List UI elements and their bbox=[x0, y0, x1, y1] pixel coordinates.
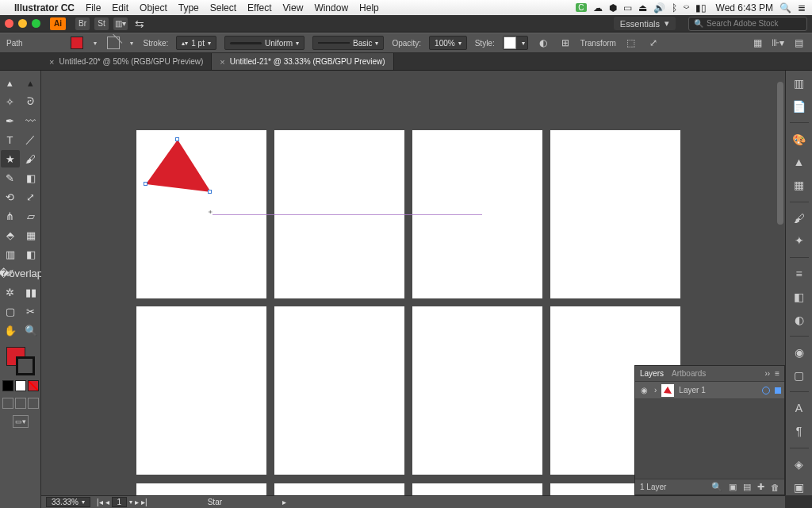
panel-menu-icon[interactable]: ≡ bbox=[775, 369, 779, 378]
eraser-tool-icon[interactable]: ◧ bbox=[21, 169, 40, 187]
mesh-tool-icon[interactable]: ▥ bbox=[1, 245, 20, 263]
menu-effect[interactable]: Effect bbox=[247, 2, 271, 13]
battery-icon[interactable]: ▮▯ bbox=[695, 2, 707, 13]
last-artboard-icon[interactable]: ▸| bbox=[141, 498, 147, 506]
shaper-tool-icon[interactable]: ✎ bbox=[1, 169, 20, 187]
notifications-icon[interactable]: ≣ bbox=[798, 2, 806, 13]
minimize-window-button[interactable] bbox=[18, 19, 27, 28]
stroke-dropdown-icon[interactable]: ▾ bbox=[128, 37, 136, 48]
layers-panel-icon[interactable]: ◈ bbox=[790, 456, 809, 472]
draw-normal-icon[interactable] bbox=[2, 398, 13, 409]
disclosure-icon[interactable]: › bbox=[654, 386, 657, 394]
layers-tab[interactable]: Layers bbox=[640, 369, 664, 378]
scale-tool-icon[interactable]: ⤢ bbox=[21, 188, 40, 206]
layer-row[interactable]: ◉ › Layer 1 bbox=[635, 382, 784, 399]
anchor-point[interactable] bbox=[144, 182, 147, 186]
preferences-icon[interactable]: ⊪▾ bbox=[771, 36, 785, 50]
gradient-tool-icon[interactable]: ◧ bbox=[21, 245, 40, 263]
blend-tool-icon[interactable]: �overlapping bbox=[21, 264, 40, 282]
draw-inside-icon[interactable] bbox=[28, 398, 39, 409]
layer-name[interactable]: Layer 1 bbox=[679, 386, 705, 394]
artboard-6[interactable] bbox=[274, 306, 404, 475]
recolor-artwork-icon[interactable]: ◐ bbox=[536, 36, 550, 50]
type-tool-icon[interactable]: T bbox=[1, 131, 20, 148]
close-window-button[interactable] bbox=[5, 19, 13, 28]
width-tool-icon[interactable]: ⋔ bbox=[1, 207, 20, 225]
first-artboard-icon[interactable]: |◂ bbox=[97, 498, 103, 506]
app-menu[interactable]: Illustrator CC bbox=[14, 2, 75, 13]
artboard-5[interactable] bbox=[136, 306, 266, 475]
fill-stroke-wells[interactable] bbox=[6, 347, 35, 375]
appearance-panel-icon[interactable]: ◉ bbox=[790, 344, 809, 361]
perspective-grid-tool-icon[interactable]: ▦ bbox=[21, 226, 40, 244]
align-panel-icon[interactable]: ⊞ bbox=[558, 36, 573, 50]
color-panel-icon[interactable]: 🎨 bbox=[790, 131, 809, 148]
gradient-mode-icon[interactable] bbox=[15, 380, 26, 391]
paintbrush-tool-icon[interactable]: 🖌 bbox=[21, 150, 40, 167]
star-tool-icon[interactable]: ★ bbox=[1, 150, 20, 167]
paragraph-panel-icon[interactable]: ¶ bbox=[790, 423, 809, 440]
magic-wand-tool-icon[interactable]: ✧ bbox=[1, 93, 20, 110]
artboard-tool-icon[interactable]: ▢ bbox=[1, 302, 20, 320]
libraries-panel-icon[interactable]: 📄 bbox=[790, 98, 809, 115]
menu-select[interactable]: Select bbox=[210, 2, 236, 13]
direct-selection-tool-icon[interactable]: ▴ bbox=[21, 74, 40, 91]
document-tab-1[interactable]: × Untitled-20* @ 50% (RGB/GPU Preview) bbox=[41, 53, 212, 70]
next-artboard-icon[interactable]: ▸ bbox=[135, 498, 139, 506]
none-mode-icon[interactable] bbox=[28, 380, 39, 391]
search-stock-input[interactable]: 🔍 Search Adobe Stock bbox=[688, 17, 807, 31]
clock[interactable]: Wed 6:43 PM bbox=[716, 2, 773, 13]
cloud-sync-icon[interactable]: ☁ bbox=[593, 2, 603, 13]
opacity-field[interactable]: 100% ▾ bbox=[429, 36, 467, 50]
graphic-styles-panel-icon[interactable]: ▢ bbox=[790, 368, 809, 384]
menu-type[interactable]: Type bbox=[178, 2, 199, 13]
menu-view[interactable]: View bbox=[283, 2, 304, 13]
stroke-panel-icon[interactable]: ≡ bbox=[790, 266, 809, 283]
artboard-7[interactable] bbox=[412, 306, 542, 475]
clipping-mask-icon[interactable]: ▣ bbox=[729, 482, 737, 492]
delete-layer-icon[interactable]: 🗑 bbox=[771, 483, 779, 492]
fill-dropdown-icon[interactable]: ▾ bbox=[91, 37, 99, 48]
slice-tool-icon[interactable]: ✂ bbox=[21, 302, 40, 320]
eject-icon[interactable]: ⏏ bbox=[638, 2, 647, 13]
volume-icon[interactable]: 🔊 bbox=[653, 2, 665, 13]
prev-artboard-icon[interactable]: ◂ bbox=[105, 498, 109, 506]
column-graph-tool-icon[interactable]: ▮▮ bbox=[21, 283, 40, 301]
status-dropdown-icon[interactable]: ▸ bbox=[282, 498, 286, 506]
panel-menu-icon[interactable]: ▤ bbox=[791, 36, 806, 50]
free-transform-tool-icon[interactable]: ▱ bbox=[21, 207, 40, 225]
menu-edit[interactable]: Edit bbox=[112, 2, 128, 13]
visibility-toggle-icon[interactable]: ◉ bbox=[638, 386, 649, 394]
bridge-icon[interactable]: Br bbox=[75, 17, 90, 30]
artboard-10[interactable] bbox=[274, 483, 404, 495]
locate-object-icon[interactable]: 🔍 bbox=[711, 482, 722, 492]
artboards-tab[interactable]: Artboards bbox=[672, 369, 706, 378]
selection-indicator[interactable] bbox=[775, 387, 781, 394]
character-panel-icon[interactable]: A bbox=[790, 400, 809, 417]
scrollbar-thumb[interactable] bbox=[777, 82, 783, 225]
bluetooth-icon[interactable]: ᛒ bbox=[672, 2, 677, 13]
menu-file[interactable]: File bbox=[86, 2, 101, 13]
hand-tool-icon[interactable]: ✋ bbox=[1, 321, 20, 339]
symbol-sprayer-tool-icon[interactable]: ✲ bbox=[1, 283, 20, 301]
properties-panel-icon[interactable]: ▥ bbox=[790, 75, 809, 92]
wifi-icon[interactable]: ⌔ bbox=[684, 2, 689, 13]
pen-tool-icon[interactable]: ✒ bbox=[1, 112, 20, 129]
new-sublayer-icon[interactable]: ▤ bbox=[743, 482, 751, 492]
transparency-panel-icon[interactable]: ◐ bbox=[790, 311, 809, 328]
screen-mode-icon[interactable]: ▭▾ bbox=[13, 415, 29, 428]
shape-builder-tool-icon[interactable]: ⬘ bbox=[1, 226, 20, 244]
menu-help[interactable]: Help bbox=[359, 2, 379, 13]
lasso-tool-icon[interactable]: ᘒ bbox=[21, 93, 40, 110]
transform-label[interactable]: Transform bbox=[580, 39, 616, 48]
anchor-point[interactable] bbox=[175, 137, 179, 141]
close-tab-icon[interactable]: × bbox=[220, 57, 224, 67]
anchor-point[interactable] bbox=[208, 190, 212, 194]
zoom-window-button[interactable] bbox=[32, 19, 40, 28]
target-icon[interactable] bbox=[762, 387, 770, 394]
close-tab-icon[interactable]: × bbox=[49, 57, 54, 67]
artboard-9[interactable] bbox=[136, 483, 266, 495]
workspace-switcher[interactable]: Essentials ▾ bbox=[614, 17, 676, 30]
status-app-icon[interactable]: C bbox=[576, 3, 586, 12]
menu-object[interactable]: Object bbox=[140, 2, 167, 13]
